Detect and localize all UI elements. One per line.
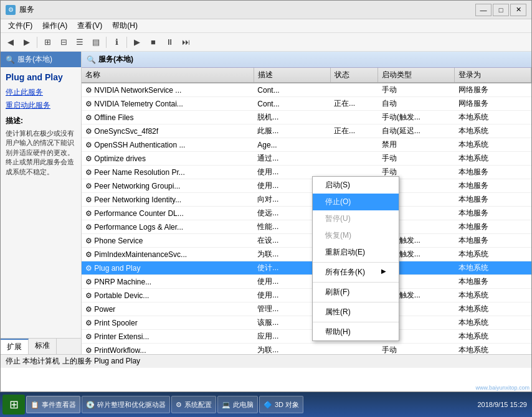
col-header-desc[interactable]: 描述 bbox=[254, 68, 330, 83]
context-restart[interactable]: 重新启动(E) bbox=[313, 244, 399, 261]
taskbar-item-1[interactable]: 📋事件查看器 bbox=[26, 396, 80, 413]
table-row[interactable]: ⚙ PrintWorkflow...为联...手动本地系统 bbox=[82, 344, 531, 355]
left-panel: 🔍 服务(本地) Plug and Play 停止此服务 重启动此服务 描述: … bbox=[1, 52, 82, 354]
col-header-starttype[interactable]: 启动类型 bbox=[378, 68, 455, 83]
tabs-bar: 扩展 标准 bbox=[1, 338, 81, 354]
tray-time: 2018/9/15 15:29 bbox=[477, 401, 527, 408]
context-all-tasks[interactable]: 所有任务(K) bbox=[313, 264, 399, 281]
main-area: 🔍 服务(本地) Plug and Play 停止此服务 重启动此服务 描述: … bbox=[1, 52, 531, 354]
forward-button[interactable]: ▶ bbox=[19, 35, 34, 49]
table-row[interactable]: ⚙ Plug and Play使计...正在...手动本地系统 bbox=[82, 261, 531, 275]
col-header-status[interactable]: 状态 bbox=[330, 68, 378, 83]
table-row[interactable]: ⚙ OneSyncSvc_4f82f此服...正在...自动(延迟...本地系统 bbox=[82, 124, 531, 138]
desc-label: 描述: bbox=[6, 116, 76, 126]
context-stop[interactable]: 停止(O) bbox=[313, 194, 399, 210]
left-panel-header: 🔍 服务(本地) bbox=[1, 52, 81, 67]
tray-area: 2018/9/15 15:29 bbox=[477, 401, 530, 408]
pause-btn[interactable]: ⏸ bbox=[162, 35, 177, 49]
info-panel: Plug and Play 停止此服务 重启动此服务 描述: 使计算机在极少或没… bbox=[1, 67, 81, 182]
show-info-btn[interactable]: ℹ bbox=[109, 35, 124, 49]
context-pause: 暂停(U) bbox=[313, 210, 399, 227]
table-row[interactable]: ⚙ Print Spooler该服...手动本地系统 bbox=[82, 316, 531, 330]
maximize-button[interactable]: □ bbox=[493, 4, 509, 16]
view-list-btn[interactable]: ☰ bbox=[72, 35, 87, 49]
taskbar-item-4[interactable]: 💻此电脑 bbox=[217, 396, 258, 413]
view-large-btn[interactable]: ⊞ bbox=[40, 35, 55, 49]
selected-service-name: Plug and Play bbox=[6, 72, 76, 82]
tab-standard[interactable]: 标准 bbox=[29, 339, 57, 354]
app-icon: ⚙ bbox=[6, 5, 16, 15]
services-table: 名称 描述 状态 启动类型 登录为 ⚙ NVIDIA NetworkServic… bbox=[82, 68, 531, 354]
title-bar-left: ⚙ 服务 bbox=[6, 4, 34, 15]
col-header-logon[interactable]: 登录为 bbox=[455, 68, 531, 83]
watermark-text: www.baiyunxitop.com bbox=[475, 385, 530, 391]
table-row[interactable]: ⚙ Performance Counter DL...使远...手动本地服务 bbox=[82, 207, 531, 220]
context-sep-2 bbox=[313, 282, 399, 283]
context-refresh[interactable]: 刷新(F) bbox=[313, 284, 399, 301]
content-header-text: 服务(本地) bbox=[98, 54, 133, 65]
title-bar: ⚙ 服务 — □ ✕ bbox=[1, 1, 531, 19]
table-row[interactable]: ⚙ PimIndexMaintenanceSvc...为联...正在...手动(… bbox=[82, 248, 531, 261]
context-sep-3 bbox=[313, 302, 399, 302]
table-row[interactable]: ⚙ OpenSSH Authentication ...Age...禁用本地系统 bbox=[82, 138, 531, 152]
menu-file[interactable]: 文件(F) bbox=[3, 19, 37, 32]
taskbar-item-3[interactable]: ⚙系统配置 bbox=[171, 396, 216, 413]
menu-view[interactable]: 查看(V) bbox=[72, 19, 107, 32]
back-button[interactable]: ◀ bbox=[3, 35, 18, 49]
view-detail-btn[interactable]: ▤ bbox=[88, 35, 103, 49]
menu-action[interactable]: 操作(A) bbox=[37, 19, 72, 32]
tab-extend[interactable]: 扩展 bbox=[1, 339, 29, 354]
taskbar-item-2[interactable]: 💽碎片整理和优化驱动器 bbox=[82, 396, 170, 413]
restart-service-link[interactable]: 重启动此服务 bbox=[6, 100, 76, 111]
table-row[interactable]: ⚙ Printer Extensi...应用...手动本地系统 bbox=[82, 330, 531, 344]
context-sep-4 bbox=[313, 322, 399, 322]
table-row[interactable]: ⚙ NVIDIA Telemetry Contai...Cont...正在...… bbox=[82, 97, 531, 111]
menu-bar: 文件(F) 操作(A) 查看(V) 帮助(H) bbox=[1, 19, 531, 33]
table-row[interactable]: ⚙ Optimize drives通过...手动本地系统 bbox=[82, 152, 531, 166]
table-row[interactable]: ⚙ PNRP Machine...使用...手动本地服务 bbox=[82, 275, 531, 289]
table-row[interactable]: ⚙ Peer Networking Groupi...使用...手动本地服务 bbox=[82, 179, 531, 193]
status-text: 停止 本地计算机 上的服务 Plug and Play bbox=[6, 356, 140, 367]
window-title: 服务 bbox=[19, 4, 34, 15]
view-small-btn[interactable]: ⊟ bbox=[56, 35, 71, 49]
stop-btn[interactable]: ■ bbox=[146, 35, 161, 49]
context-sep-1 bbox=[313, 262, 399, 263]
toolbar: ◀ ▶ ⊞ ⊟ ☰ ▤ ℹ ▶ ■ ⏸ ⏭ bbox=[1, 33, 531, 52]
table-row[interactable]: ⚙ Peer Name Resolution Pr...使用...手动本地服务 bbox=[82, 166, 531, 179]
watermark: www.baiyunxitop.com bbox=[475, 385, 530, 391]
context-start[interactable]: 启动(S) bbox=[313, 177, 399, 194]
left-panel-header-text: 服务(本地) bbox=[17, 54, 52, 65]
minimize-button[interactable]: — bbox=[475, 4, 492, 16]
context-help[interactable]: 帮助(H) bbox=[313, 324, 399, 340]
taskbar: ⊞ 📋事件查看器 💽碎片整理和优化驱动器 ⚙系统配置 💻此电脑 🔷3D 对象 2… bbox=[0, 392, 532, 417]
context-properties[interactable]: 属性(R) bbox=[313, 304, 399, 321]
magnifier-icon-2: 🔍 bbox=[87, 55, 96, 64]
content-area: 🔍 服务(本地) 名称 描述 状态 启动类型 登录为 ⚙ bbox=[82, 52, 531, 354]
table-row[interactable]: ⚙ NVIDIA NetworkService ...Cont...手动网络服务 bbox=[82, 83, 531, 97]
table-row[interactable]: ⚙ Power管理...自动本地系统 bbox=[82, 302, 531, 316]
toolbar-sep-2 bbox=[106, 37, 107, 48]
restart-btn[interactable]: ⏭ bbox=[178, 35, 193, 49]
context-resume: 恢复(M) bbox=[313, 227, 399, 244]
table-row[interactable]: ⚙ Portable Devic...使用...手动(触发...本地系统 bbox=[82, 289, 531, 302]
table-row[interactable]: ⚙ Performance Logs & Aler...性能...手动本地服务 bbox=[82, 220, 531, 234]
col-header-name[interactable]: 名称 bbox=[82, 68, 254, 83]
content-header: 🔍 服务(本地) bbox=[82, 52, 531, 68]
table-row[interactable]: ⚙ Offline Files脱机...手动(触发...本地系统 bbox=[82, 111, 531, 124]
start-button[interactable]: ⊞ bbox=[2, 395, 25, 415]
status-bar: 停止 本地计算机 上的服务 Plug and Play bbox=[1, 354, 531, 368]
toolbar-sep-1 bbox=[37, 37, 37, 48]
table-row[interactable]: ⚙ Phone Service在设...手动(触发...本地服务 bbox=[82, 234, 531, 248]
stop-service-link[interactable]: 停止此服务 bbox=[6, 87, 76, 98]
taskbar-item-5[interactable]: 🔷3D 对象 bbox=[259, 396, 303, 413]
app-window: ⚙ 服务 — □ ✕ 文件(F) 操作(A) 查看(V) 帮助(H) ◀ ▶ ⊞… bbox=[0, 0, 532, 392]
title-bar-controls: — □ ✕ bbox=[475, 4, 526, 16]
desc-text: 使计算机在极少或没有用户输入的情况下能识别并适应硬件的更改。终止或禁用此服务会造… bbox=[6, 129, 76, 177]
table-row[interactable]: ⚙ Peer Networking Identity...向对...手动本地服务 bbox=[82, 193, 531, 207]
context-menu: 启动(S) 停止(O) 暂停(U) 恢复(M) 重新启动(E) 所有任务(K) … bbox=[312, 176, 399, 341]
play-btn[interactable]: ▶ bbox=[130, 35, 145, 49]
table-container[interactable]: 名称 描述 状态 启动类型 登录为 ⚙ NVIDIA NetworkServic… bbox=[82, 68, 531, 354]
toolbar-sep-3 bbox=[126, 37, 127, 48]
menu-help[interactable]: 帮助(H) bbox=[107, 19, 143, 32]
close-button[interactable]: ✕ bbox=[510, 4, 526, 16]
